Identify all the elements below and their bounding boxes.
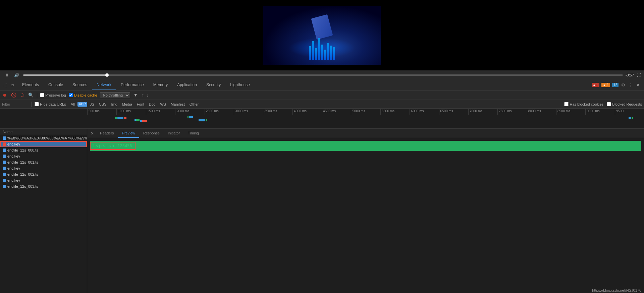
- tl-1000: 1000 ms: [116, 109, 146, 115]
- video-player: [0, 0, 644, 70]
- bar-b5: [199, 119, 205, 121]
- settings-icon[interactable]: ⚙: [621, 82, 626, 88]
- filter-types: All XHR JS CSS Img Media Font Doc WS Man…: [69, 102, 201, 107]
- waterfall-row-3: [140, 116, 147, 122]
- filter-checkboxes: Has blocked cookies Blocked Requests: [564, 102, 642, 106]
- preview-key-value: hsjissmart123456: [90, 142, 136, 150]
- tl-7500: 7500 ms: [497, 109, 527, 115]
- tab-initiator[interactable]: Initiator: [164, 129, 184, 138]
- tab-sources[interactable]: Sources: [68, 80, 92, 90]
- file-icon-blue5: [3, 167, 6, 170]
- filter-doc[interactable]: Doc: [147, 102, 158, 107]
- preview-content: hsjissmart123456: [87, 138, 644, 293]
- tab-network[interactable]: Network: [92, 80, 116, 90]
- tl-7000: 7000 ms: [468, 109, 497, 115]
- throttle-down-icon[interactable]: ▼: [133, 92, 139, 98]
- list-item-enckey4[interactable]: enc.key: [0, 177, 87, 183]
- tl-6000: 6000 ms: [410, 109, 439, 115]
- list-item-encfile000[interactable]: encfile_12s_000.ts: [0, 147, 87, 153]
- tl-1500: 1500 ms: [146, 109, 175, 115]
- file-icon-red: [3, 142, 6, 146]
- filter-icon-button[interactable]: ⬡: [20, 92, 25, 98]
- tab-preview[interactable]: Preview: [118, 129, 139, 138]
- tab-headers[interactable]: Headers: [96, 129, 118, 138]
- list-item-enckey3[interactable]: enc.key: [0, 165, 87, 171]
- list-item-encfile002[interactable]: encfile_12s_002.ts: [0, 171, 87, 177]
- list-item-enckey-selected[interactable]: enc.key: [0, 141, 87, 147]
- file-icon-blue4: [3, 161, 6, 164]
- hide-data-urls-label[interactable]: Hide data URLs: [35, 102, 66, 106]
- time-display: -0:57: [626, 73, 634, 77]
- tl-2500: 2500 ms: [205, 109, 234, 115]
- bar-blue2: [135, 119, 136, 121]
- filter-xhr-badge[interactable]: XHR: [77, 102, 87, 107]
- preserve-log-checkbox[interactable]: [40, 93, 44, 97]
- bar-green2: [136, 119, 140, 121]
- import-button[interactable]: ↑: [141, 92, 145, 98]
- tab-security[interactable]: Security: [202, 80, 225, 90]
- has-blocked-cookies-label[interactable]: Has blocked cookies: [564, 102, 603, 106]
- play-pause-button[interactable]: ⏸: [3, 72, 10, 78]
- filter-manifest[interactable]: Manifest: [169, 102, 187, 107]
- tl-3500: 3500 ms: [263, 109, 292, 115]
- timeline-area: 500 ms 1000 ms 1500 ms 2000 ms 2500 ms 3…: [0, 109, 644, 129]
- preview-close-button[interactable]: ✕: [89, 130, 96, 137]
- filter-img[interactable]: Img: [109, 102, 119, 107]
- throttle-select[interactable]: No throttling: [100, 92, 130, 98]
- filter-js[interactable]: JS: [88, 102, 96, 107]
- bottom-url-bar: https://blog.csdn.net/HSJ0170: [589, 288, 644, 293]
- blocked-requests-checkbox[interactable]: [607, 102, 611, 106]
- file-icon-blue8: [3, 185, 6, 188]
- file-icon-blue3: [3, 155, 6, 158]
- video-frame: [263, 6, 381, 65]
- volume-button[interactable]: 🔊: [13, 72, 20, 78]
- file-icon-blue2: [3, 149, 6, 152]
- more-icon[interactable]: ⋮: [628, 82, 634, 88]
- waterfall-row-5: [199, 119, 207, 121]
- progress-bar[interactable]: [23, 74, 623, 76]
- inspect-icon[interactable]: ⬚: [3, 82, 8, 88]
- list-item-enckey2[interactable]: enc.key: [0, 153, 87, 159]
- tab-memory[interactable]: Memory: [149, 80, 172, 90]
- tab-application[interactable]: Application: [172, 80, 202, 90]
- devtools-topbar: ⬚ ▱ Elements Console Sources Network Per…: [0, 80, 644, 91]
- export-button[interactable]: ↓: [146, 92, 150, 98]
- list-item[interactable]: %E8%8D%A3%E8%80%80%E8%A7%86%E9%A2%9...: [0, 135, 87, 141]
- device-icon[interactable]: ▱: [10, 82, 15, 88]
- blocked-requests-label[interactable]: Blocked Requests: [607, 102, 642, 106]
- filter-css[interactable]: CSS: [97, 102, 109, 107]
- bar-g4: [206, 119, 207, 121]
- filter-input[interactable]: [2, 102, 29, 106]
- filter-other[interactable]: Other: [187, 102, 201, 107]
- tab-timing[interactable]: Timing: [184, 129, 203, 138]
- filter-all[interactable]: All: [69, 102, 77, 107]
- filter-media[interactable]: Media: [120, 102, 134, 107]
- tab-performance[interactable]: Performance: [116, 80, 149, 90]
- preserve-log-label[interactable]: Preserve log: [40, 93, 66, 97]
- filter-ws[interactable]: WS: [158, 102, 168, 107]
- disable-cache-checkbox[interactable]: [69, 93, 73, 97]
- fullscreen-button[interactable]: ⛶: [637, 73, 641, 77]
- tl-2000: 2000 ms: [175, 109, 204, 115]
- filter-font[interactable]: Font: [135, 102, 146, 107]
- tl-6500: 6500 ms: [439, 109, 468, 115]
- clear-button[interactable]: 🚫: [10, 92, 17, 98]
- list-item-encfile003[interactable]: encfile_12s_003.ts: [0, 183, 87, 189]
- tab-lighthouse[interactable]: Lighthouse: [225, 80, 255, 90]
- hide-data-urls-checkbox[interactable]: [35, 102, 39, 106]
- bar-blue: [117, 117, 123, 119]
- disable-cache-label[interactable]: Disable cache: [69, 93, 97, 97]
- record-button[interactable]: ⏺: [2, 92, 8, 98]
- video-controls: ⏸ 🔊 -0:57 ⛶: [0, 70, 644, 80]
- bar-blue3: [140, 120, 142, 122]
- tab-response[interactable]: Response: [139, 129, 164, 138]
- list-item-encfile001[interactable]: encfile_12s_001.ts: [0, 159, 87, 165]
- search-button[interactable]: 🔍: [28, 92, 34, 98]
- video-city-bars: [309, 38, 335, 60]
- import-export-group: ↑ ↓: [141, 92, 150, 98]
- close-icon[interactable]: ✕: [636, 82, 641, 88]
- tab-console[interactable]: Console: [44, 80, 68, 90]
- preview-pane: ✕ Headers Preview Response Initiator Tim…: [87, 129, 644, 293]
- tab-elements[interactable]: Elements: [17, 80, 44, 90]
- blocked-cookies-checkbox[interactable]: [564, 102, 569, 106]
